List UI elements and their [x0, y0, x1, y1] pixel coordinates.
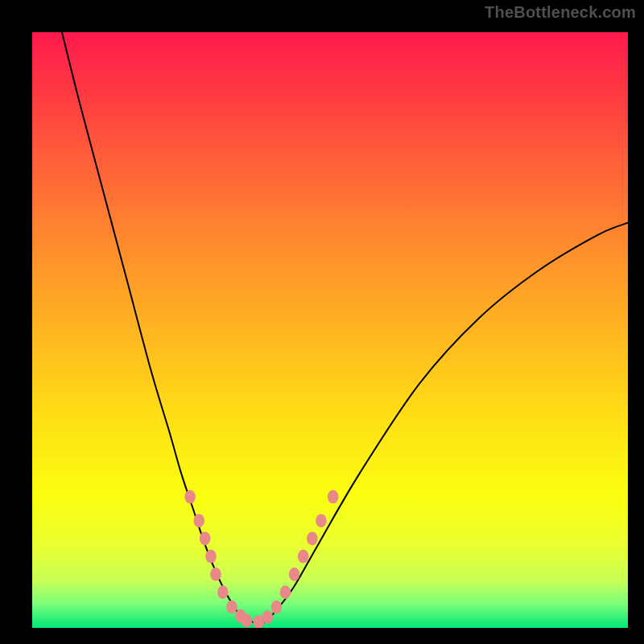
data-marker: [184, 490, 196, 504]
data-marker: [226, 601, 237, 614]
data-marker: [205, 550, 217, 564]
marker-group: [184, 490, 338, 628]
data-marker: [242, 614, 253, 628]
data-marker: [280, 585, 291, 599]
chart-svg: [32, 32, 628, 628]
data-marker: [271, 601, 283, 614]
attribution-text: TheBottleneck.com: [485, 3, 636, 22]
bottleneck-curve: [62, 32, 628, 623]
data-marker: [217, 585, 229, 599]
data-marker: [210, 568, 221, 581]
data-marker: [289, 568, 300, 581]
data-marker: [193, 514, 204, 527]
chart-frame: TheBottleneck.com: [0, 0, 644, 644]
data-marker: [200, 532, 211, 546]
data-marker: [328, 490, 339, 504]
plot-area: [32, 32, 628, 628]
data-marker: [298, 550, 309, 564]
data-marker: [307, 532, 318, 546]
data-marker: [316, 514, 327, 527]
data-marker: [262, 610, 274, 624]
